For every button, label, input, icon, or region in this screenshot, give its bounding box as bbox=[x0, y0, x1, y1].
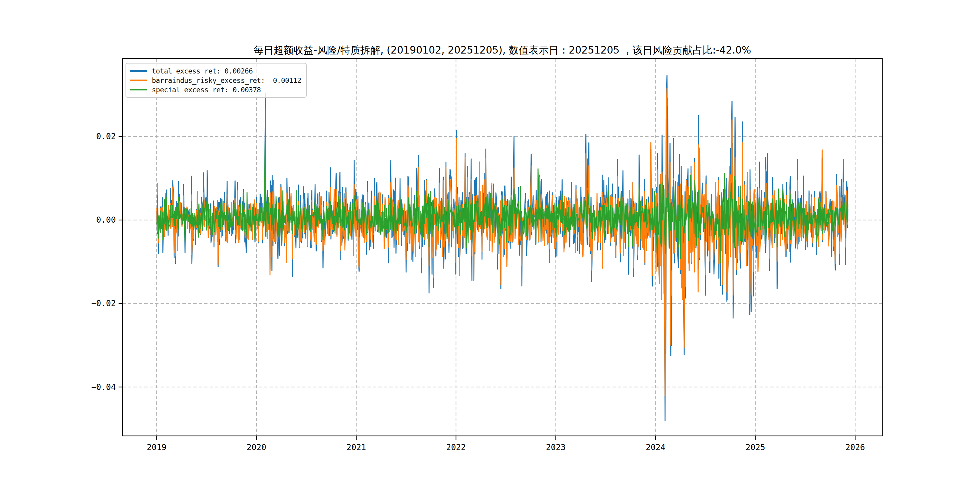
legend-line-special-icon bbox=[130, 89, 147, 91]
legend-label-risky: barraindus_risky_excess_ret: -0.00112 bbox=[152, 76, 301, 84]
series-risky-line bbox=[157, 88, 848, 396]
x-tick-label: 2024 bbox=[646, 442, 665, 452]
y-tick-label: 0.00 bbox=[96, 215, 116, 224]
y-tick-label: 0.02 bbox=[96, 132, 116, 141]
legend-label-total: total_excess_ret: 0.00266 bbox=[152, 67, 253, 75]
y-tick-label: −0.02 bbox=[91, 299, 116, 308]
x-tick-label: 2020 bbox=[247, 442, 266, 452]
legend-item-risky: barraindus_risky_excess_ret: -0.00112 bbox=[130, 76, 301, 85]
x-tick-label: 2023 bbox=[546, 442, 566, 452]
x-tick-label: 2026 bbox=[845, 442, 865, 452]
x-tick-label: 2025 bbox=[746, 442, 765, 452]
y-tick-label: −0.04 bbox=[91, 382, 116, 392]
series-total-line bbox=[157, 76, 848, 421]
legend-item-special: special_excess_ret: 0.00378 bbox=[130, 85, 301, 94]
legend-label-special: special_excess_ret: 0.00378 bbox=[152, 86, 261, 94]
legend-item-total: total_excess_ret: 0.00266 bbox=[130, 66, 301, 76]
legend-line-total-icon bbox=[130, 70, 147, 72]
figure: 每日超额收益-风险/特质拆解, (20190102, 20251205), 数值… bbox=[0, 0, 980, 490]
x-tick-label: 2019 bbox=[147, 442, 166, 452]
legend-line-risky-icon bbox=[130, 80, 147, 81]
plot-frame bbox=[123, 58, 882, 436]
x-tick-label: 2022 bbox=[446, 442, 466, 452]
legend: total_excess_ret: 0.00266 barraindus_ris… bbox=[126, 63, 307, 98]
x-tick-label: 2021 bbox=[346, 442, 366, 452]
